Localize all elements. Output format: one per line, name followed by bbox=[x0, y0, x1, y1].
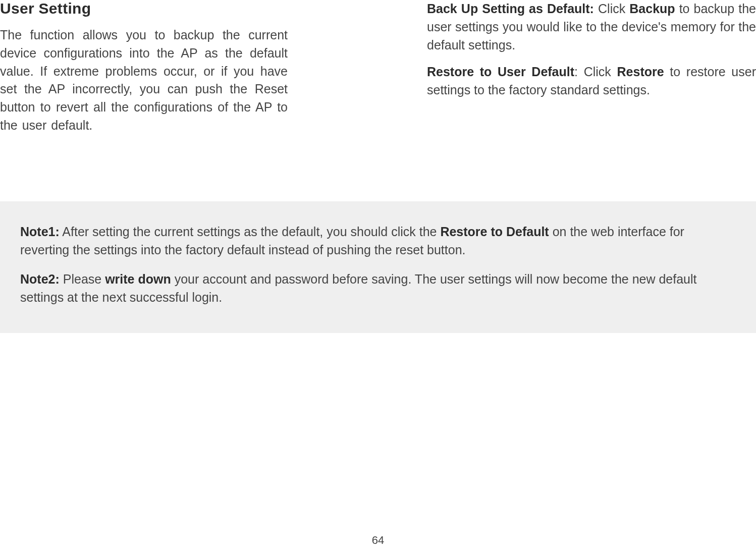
note-1: Note1: After setting the current setting… bbox=[20, 223, 736, 259]
bold-label: Restore to User Default bbox=[427, 65, 574, 79]
right-paragraph-2: Restore to User Default: Click Restore t… bbox=[427, 63, 756, 99]
left-column: User Setting The function allows you to … bbox=[0, 0, 288, 135]
bold-label: Restore to Default bbox=[440, 225, 549, 239]
text-segment: Click bbox=[594, 2, 629, 16]
note-label: Note2: bbox=[20, 272, 60, 286]
page-number: 64 bbox=[0, 534, 756, 547]
bold-label: Backup bbox=[629, 2, 675, 16]
right-paragraph-1: Back Up Setting as Default: Click Backup… bbox=[427, 0, 756, 54]
bold-label: Restore bbox=[617, 65, 664, 79]
note-box: Note1: After setting the current setting… bbox=[0, 201, 756, 333]
section-title: User Setting bbox=[0, 0, 288, 17]
left-paragraph: The function allows you to backup the cu… bbox=[0, 26, 288, 135]
text-segment: Please bbox=[60, 272, 105, 286]
note-2: Note2: Please write down your account an… bbox=[20, 270, 736, 307]
text-segment: After setting the current settings as th… bbox=[60, 225, 441, 239]
note-label: Note1: bbox=[20, 225, 60, 239]
right-column: Back Up Setting as Default: Click Backup… bbox=[427, 0, 756, 135]
bold-label: write down bbox=[105, 272, 171, 286]
text-segment: : Click bbox=[574, 65, 617, 79]
bold-label: Back Up Setting as Default: bbox=[427, 2, 594, 16]
